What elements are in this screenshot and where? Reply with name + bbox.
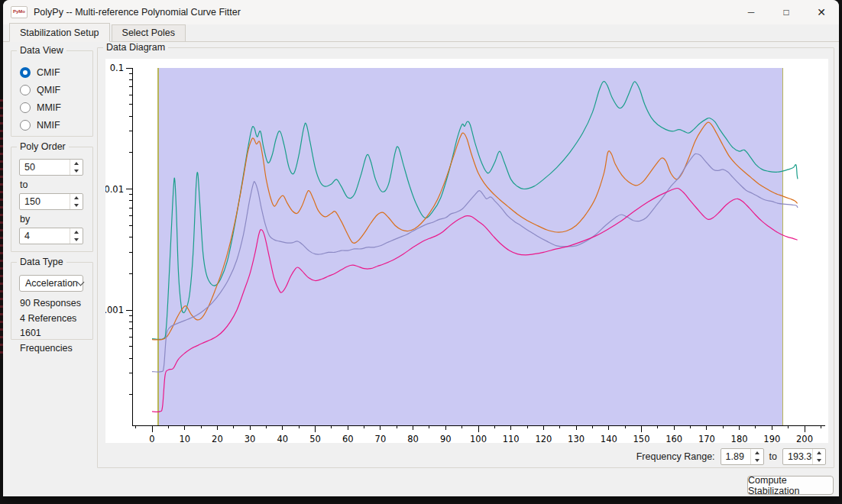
svg-text:150: 150 (633, 434, 650, 443)
poly-to-spinbox[interactable]: 150 (19, 193, 83, 210)
svg-text:110: 110 (503, 434, 520, 443)
svg-text:120: 120 (535, 434, 552, 443)
app-window: PyMo PolyPy -- Multi-reference Polynomia… (3, 0, 839, 496)
svg-text:0.01: 0.01 (105, 184, 124, 195)
spin-value[interactable]: 1.89 (721, 449, 750, 464)
radio-option-qmif[interactable]: QMIF (11, 81, 92, 99)
spin-up-button[interactable] (70, 160, 83, 167)
data-diagram-plot[interactable]: 0102030405060708090100110120130140150160… (105, 59, 828, 443)
data-type-info: 90 Responses4 References1601 Frequencies (11, 296, 92, 356)
radio-label: QMIF (37, 85, 60, 95)
svg-text:0.001: 0.001 (105, 305, 124, 315)
svg-text:10: 10 (179, 434, 190, 443)
spin-up-button[interactable] (751, 449, 763, 457)
data-diagram-figure: 0102030405060708090100110120130140150160… (105, 59, 828, 443)
frequency-range-row: Frequency Range: 1.89 to 193.38 (636, 448, 826, 465)
frequency-selection-region[interactable] (158, 68, 783, 425)
compute-stabilization-button[interactable]: Compute Stabilization (747, 476, 834, 495)
radio-label: NMIF (37, 120, 60, 131)
radio-icon[interactable] (20, 120, 31, 131)
close-button[interactable]: ✕ (804, 0, 839, 24)
triangle-up-icon (74, 231, 79, 234)
poly-by-spinbox[interactable]: 4 (19, 228, 83, 244)
tab-stabilization-setup[interactable]: Stabilization Setup (9, 23, 110, 42)
triangle-up-icon (755, 451, 759, 454)
app-icon: PyMo (11, 6, 28, 18)
tab-bar: Stabilization Setup Select Poles (3, 24, 839, 42)
triangle-up-icon (74, 162, 79, 165)
svg-text:100: 100 (470, 434, 487, 443)
spin-down-button[interactable] (813, 457, 825, 464)
svg-text:140: 140 (601, 434, 617, 443)
svg-text:90: 90 (440, 434, 452, 443)
frequency-to-spinbox[interactable]: 193.38 (782, 448, 826, 465)
triangle-down-icon (817, 459, 821, 462)
triangle-up-icon (74, 196, 79, 199)
svg-text:190: 190 (763, 434, 780, 443)
svg-text:80: 80 (407, 434, 419, 443)
data-type-info-line: 4 References (20, 312, 92, 327)
poly-to-label: to (20, 179, 92, 190)
radio-label: MMIF (37, 102, 61, 113)
radio-icon[interactable] (20, 102, 31, 113)
triangle-down-icon (755, 459, 759, 462)
triangle-up-icon (817, 451, 821, 454)
data-type-group: Data Type Acceleration 90 Responses4 Ref… (11, 262, 93, 340)
svg-text:200: 200 (796, 434, 813, 443)
triangle-down-icon (74, 204, 79, 207)
radio-option-nmif[interactable]: NMIF (11, 116, 92, 134)
radio-label: CMIF (37, 67, 60, 78)
poly-from-spinbox[interactable]: 50 (19, 159, 83, 176)
spin-value[interactable]: 150 (20, 194, 70, 209)
window-controls: ─ □ ✕ (734, 0, 839, 24)
minimize-button[interactable]: ─ (734, 0, 769, 24)
spin-down-button[interactable] (70, 236, 83, 244)
triangle-down-icon (74, 238, 79, 241)
data-type-info-line: 90 Responses (20, 296, 92, 312)
data-view-legend: Data View (17, 45, 66, 56)
radio-option-mmif[interactable]: MMIF (11, 99, 92, 116)
svg-text:0: 0 (149, 434, 154, 443)
poly-order-legend: Poly Order (17, 141, 69, 152)
svg-text:40: 40 (277, 434, 288, 443)
maximize-button[interactable]: □ (769, 0, 804, 24)
triangle-down-icon (74, 170, 79, 173)
window-title: PolyPy -- Multi-reference Polynomial Cur… (34, 7, 241, 18)
data-type-legend: Data Type (17, 257, 66, 267)
data-type-select[interactable]: Acceleration (19, 275, 83, 292)
spin-down-button[interactable] (70, 202, 83, 209)
data-type-selected-value: Acceleration (25, 278, 78, 289)
svg-text:20: 20 (212, 434, 223, 443)
spin-up-button[interactable] (70, 194, 83, 202)
poly-order-group: Poly Order 50 to 150 by 4 (11, 147, 93, 252)
svg-text:160: 160 (666, 434, 682, 443)
svg-text:180: 180 (731, 434, 748, 443)
svg-text:170: 170 (698, 434, 715, 443)
radio-option-cmif[interactable]: CMIF (11, 63, 92, 81)
spin-up-button[interactable] (70, 228, 83, 236)
data-diagram-legend: Data Diagram (103, 42, 168, 53)
frequency-range-label: Frequency Range: (636, 451, 715, 462)
radio-icon[interactable] (20, 85, 31, 95)
poly-by-label: by (20, 214, 92, 225)
spin-value[interactable]: 4 (20, 228, 70, 244)
radio-icon[interactable] (20, 67, 31, 78)
svg-text:130: 130 (568, 434, 585, 443)
svg-text:70: 70 (375, 434, 387, 443)
window-titlebar: PyMo PolyPy -- Multi-reference Polynomia… (3, 0, 839, 24)
frequency-from-spinbox[interactable]: 1.89 (721, 448, 764, 465)
spin-down-button[interactable] (751, 457, 763, 464)
spin-down-button[interactable] (70, 167, 83, 175)
svg-text:50: 50 (309, 434, 321, 443)
svg-text:0.1: 0.1 (110, 63, 124, 73)
spin-up-button[interactable] (813, 449, 825, 457)
spin-value[interactable]: 50 (20, 160, 70, 175)
data-type-info-line: 1601 Frequencies (20, 326, 92, 356)
tab-select-poles[interactable]: Select Poles (112, 24, 186, 41)
svg-text:60: 60 (342, 434, 354, 443)
frequency-range-separator: to (769, 451, 777, 462)
data-view-options: CMIFQMIFMMIFNMIF (11, 51, 92, 134)
svg-text:30: 30 (245, 434, 256, 443)
data-view-group: Data View CMIFQMIFMMIFNMIF (11, 50, 93, 137)
spin-value[interactable]: 193.38 (783, 449, 812, 464)
